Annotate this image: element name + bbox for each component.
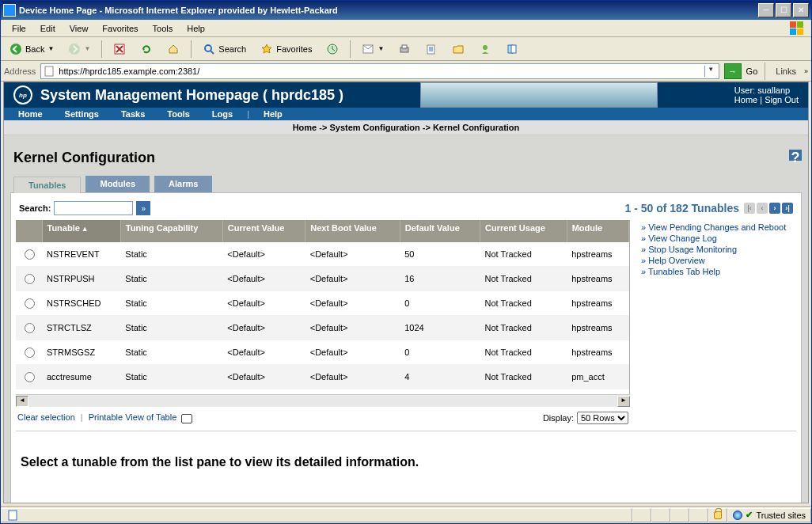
link-help-overview[interactable]: Help Overview — [641, 255, 796, 266]
nav-separator: | — [245, 109, 251, 119]
tab-tunables[interactable]: Tunables — [13, 177, 81, 193]
menu-help[interactable]: Help — [180, 22, 211, 35]
row-radio[interactable] — [25, 298, 35, 309]
forward-button[interactable]: ▼ — [63, 40, 96, 58]
home-button[interactable] — [161, 40, 185, 58]
col-current-value[interactable]: Current Value — [222, 220, 305, 242]
nav-tasks[interactable]: Tasks — [112, 108, 154, 120]
printable-view-link[interactable]: Printable View of Table — [89, 412, 177, 422]
help-icon[interactable]: ? — [789, 150, 802, 161]
search-label: Search: — [19, 203, 51, 213]
cell-nextboot: <Default> — [305, 389, 400, 395]
separator — [101, 40, 102, 58]
table-row[interactable]: NSTRSCHEDStatic<Default><Default>0Not Tr… — [16, 291, 629, 316]
research-button[interactable] — [500, 40, 524, 58]
address-field[interactable]: ▼ — [40, 63, 719, 79]
row-radio[interactable] — [25, 347, 35, 358]
table-row[interactable]: NSTREVENTStatic<Default><Default>50Not T… — [16, 242, 629, 267]
horizontal-scrollbar[interactable]: ◄ ► — [16, 394, 630, 407]
messenger-icon — [479, 43, 491, 55]
menu-view[interactable]: View — [63, 22, 95, 35]
messenger-button[interactable] — [473, 40, 497, 58]
col-tunable[interactable]: Tunable▲ — [42, 220, 120, 242]
svg-rect-13 — [45, 66, 53, 76]
table-row[interactable]: acctsuspendStatic<Default><Default>2Not … — [16, 389, 629, 395]
minimize-button[interactable]: ─ — [758, 3, 774, 17]
link-change-log[interactable]: View Change Log — [641, 233, 796, 244]
menu-tools[interactable]: Tools — [146, 22, 180, 35]
nav-settings[interactable]: Settings — [55, 108, 108, 120]
cell-module: pm_acct — [567, 365, 628, 389]
nav-tools[interactable]: Tools — [157, 108, 199, 120]
history-button[interactable] — [321, 40, 344, 58]
pager-next[interactable]: › — [769, 203, 780, 214]
cell-capability: Static — [120, 267, 222, 291]
print-button[interactable] — [393, 40, 416, 58]
stop-button[interactable] — [108, 40, 131, 58]
ie-icon — [3, 4, 16, 17]
home-link[interactable]: Home — [734, 95, 757, 104]
row-radio[interactable] — [25, 323, 35, 333]
col-current-usage[interactable]: Current Usage — [480, 220, 567, 242]
search-go-button[interactable]: » — [136, 201, 150, 215]
table-row[interactable]: STRMSGSZStatic<Default><Default>0Not Tra… — [16, 340, 629, 365]
address-dropdown[interactable]: ▼ — [704, 66, 717, 77]
back-button[interactable]: Back ▼ — [4, 40, 59, 58]
row-radio[interactable] — [25, 372, 35, 382]
cell-usage: Not Tracked — [480, 291, 567, 316]
cell-tunable: acctsuspend — [42, 389, 120, 395]
mail-button[interactable]: ▼ — [356, 40, 389, 58]
nav-logs[interactable]: Logs — [203, 108, 242, 120]
search-input[interactable] — [54, 201, 133, 215]
hscroll-right[interactable]: ► — [617, 396, 630, 407]
link-stop-usage-monitoring[interactable]: Stop Usage Monitoring — [641, 244, 796, 255]
links-label[interactable]: Links — [772, 66, 799, 76]
discuss-button[interactable] — [446, 40, 470, 58]
history-icon — [326, 43, 339, 55]
cell-tunable: STRMSGSZ — [42, 340, 120, 365]
smh-title: System Management Homepage ( hprdc185 ) — [40, 87, 343, 104]
tab-modules[interactable]: Modules — [85, 176, 150, 192]
maximize-button[interactable]: ☐ — [776, 3, 791, 17]
address-bar: Address ▼ → Go Links » — [1, 61, 811, 82]
nav-help[interactable]: Help — [254, 108, 292, 120]
toolbar: Back ▼ ▼ Search Favorites ▼ — [1, 37, 811, 61]
col-tuning-capability[interactable]: Tuning Capability — [120, 220, 222, 242]
go-button[interactable]: → — [724, 63, 742, 79]
table-row[interactable]: STRCTLSZStatic<Default><Default>1024Not … — [16, 316, 629, 340]
col-default-value[interactable]: Default Value — [400, 220, 480, 242]
pager-prev[interactable]: ‹ — [757, 203, 768, 214]
table-scroll[interactable]: Tunable▲ Tuning Capability Current Value… — [16, 220, 630, 394]
menu-file[interactable]: File — [6, 22, 32, 35]
cell-tunable: NSTREVENT — [42, 242, 120, 267]
menu-edit[interactable]: Edit — [34, 22, 62, 35]
pager-last[interactable]: ›| — [782, 203, 793, 214]
cell-usage: Not Tracked — [480, 389, 567, 395]
edit-button[interactable] — [419, 40, 443, 58]
search-button[interactable]: Search — [197, 40, 252, 58]
chevron-right-icon[interactable]: » — [804, 67, 808, 75]
status-secure — [708, 508, 727, 522]
col-nextboot-value[interactable]: Next Boot Value — [305, 220, 400, 242]
display-rows-select[interactable]: 50 Rows — [577, 412, 628, 424]
table-row[interactable]: NSTRPUSHStatic<Default><Default>16Not Tr… — [16, 267, 629, 291]
table-row[interactable]: acctresumeStatic<Default><Default>4Not T… — [16, 365, 629, 389]
pager-first[interactable]: |‹ — [744, 203, 755, 214]
favorites-button[interactable]: Favorites — [255, 40, 317, 58]
row-radio[interactable] — [25, 274, 35, 284]
close-button[interactable]: ✕ — [793, 3, 809, 17]
signout-link[interactable]: Sign Out — [765, 95, 799, 104]
edit-icon — [425, 43, 438, 55]
row-radio[interactable] — [25, 249, 35, 260]
tab-alarms[interactable]: Alarms — [154, 176, 212, 192]
refresh-button[interactable] — [135, 40, 158, 58]
hscroll-left[interactable]: ◄ — [16, 396, 28, 407]
link-tunables-tab-help[interactable]: Tunables Tab Help — [641, 266, 796, 277]
clear-selection-link[interactable]: Clear selection — [17, 412, 75, 422]
menu-favorites[interactable]: Favorites — [96, 22, 144, 35]
nav-home[interactable]: Home — [9, 108, 52, 120]
table-zone: Tunable▲ Tuning Capability Current Value… — [16, 220, 630, 424]
col-module[interactable]: Module — [567, 220, 628, 242]
link-pending-changes[interactable]: View Pending Changes and Reboot — [641, 222, 796, 233]
url-input[interactable] — [55, 66, 704, 76]
